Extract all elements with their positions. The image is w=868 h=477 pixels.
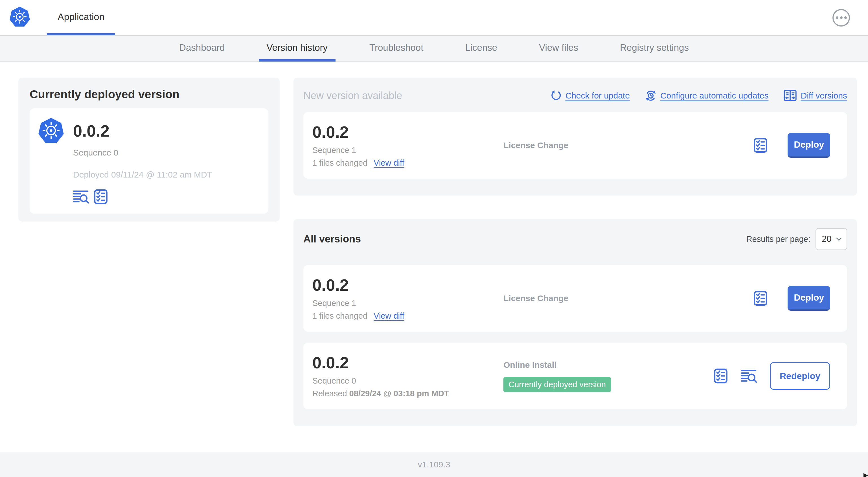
ellipsis-icon <box>836 17 838 19</box>
results-per-page-label: Results per page: <box>746 235 810 244</box>
view-logs-icon[interactable] <box>741 369 757 383</box>
check-for-update-link[interactable]: Check for update <box>551 90 629 101</box>
currently-deployed-title: Currently deployed version <box>30 88 268 101</box>
view-logs-icon[interactable] <box>73 190 89 204</box>
view-diff-link[interactable]: View diff <box>374 311 404 321</box>
preflight-checks-icon[interactable] <box>713 368 728 384</box>
new-version-row: 0.0.2 Sequence 1 1 files changed View di… <box>303 112 847 179</box>
version-released-timestamp: Released 08/29/24 @ 03:18 pm MDT <box>312 389 503 398</box>
version-number: 0.0.2 <box>312 354 503 372</box>
deployed-version-number: 0.0.2 <box>73 122 212 140</box>
version-sequence: Sequence 0 <box>312 376 503 386</box>
app-tab-label: Application <box>58 11 104 22</box>
app-tab[interactable]: Application <box>47 0 115 35</box>
tab-troubleshoot[interactable]: Troubleshoot <box>362 36 431 62</box>
clock-arrows-icon <box>645 90 656 101</box>
tab-dashboard[interactable]: Dashboard <box>171 36 232 62</box>
diff-icon <box>784 90 797 101</box>
configure-automatic-updates-link[interactable]: Configure automatic updates <box>645 90 769 101</box>
deploy-button[interactable]: Deploy <box>787 133 830 158</box>
app-nav: Dashboard Version history Troubleshoot L… <box>0 36 868 62</box>
version-number: 0.0.2 <box>312 123 503 141</box>
version-row: 0.0.2 Sequence 1 1 files changed View di… <box>303 265 847 332</box>
top-header: Application <box>0 0 868 36</box>
version-source-label: License Change <box>503 294 568 303</box>
diff-versions-link[interactable]: Diff versions <box>784 90 847 101</box>
deployed-timestamp: Deployed 09/11/24 @ 11:02 am MDT <box>73 170 212 180</box>
preflight-checks-icon[interactable] <box>753 138 768 153</box>
results-per-page-select[interactable]: 20 <box>815 228 847 250</box>
view-diff-link[interactable]: View diff <box>374 158 404 168</box>
results-per-page-value: 20 <box>822 234 831 244</box>
footer: v1.109.3 <box>0 452 868 477</box>
currently-deployed-panel: Currently deployed version 0.0.2 Sequenc… <box>18 78 280 221</box>
tab-registry-settings[interactable]: Registry settings <box>612 36 697 62</box>
version-row: 0.0.2 Sequence 0 Released 08/29/24 @ 03:… <box>303 342 847 409</box>
new-version-panel: New version available Check for update C… <box>293 78 857 196</box>
tab-license[interactable]: License <box>457 36 505 62</box>
kubernetes-logo-icon <box>8 6 31 28</box>
ellipsis-menu-button[interactable] <box>832 9 850 27</box>
tab-view-files[interactable]: View files <box>531 36 586 62</box>
deployed-version-card: 0.0.2 Sequence 0 Deployed 09/11/24 @ 11:… <box>30 109 268 214</box>
deployed-sequence: Sequence 0 <box>73 148 212 157</box>
version-number: 0.0.2 <box>312 276 503 294</box>
version-sequence: Sequence 1 <box>312 146 503 155</box>
deploy-button[interactable]: Deploy <box>787 286 830 311</box>
kubernetes-logo-icon <box>37 117 65 145</box>
all-versions-panel: All versions Results per page: 20 0.0.2 … <box>293 219 857 426</box>
chevron-down-icon <box>836 237 842 241</box>
admin-console-version: v1.109.3 <box>417 460 450 469</box>
refresh-icon <box>551 90 561 101</box>
version-source-label: Online Install <box>503 360 556 370</box>
main-content: Currently deployed version 0.0.2 Sequenc… <box>0 62 868 452</box>
tab-version-history[interactable]: Version history <box>259 36 336 62</box>
files-changed-label: 1 files changed <box>312 311 367 321</box>
new-version-title: New version available <box>303 90 402 101</box>
currently-deployed-badge: Currently deployed version <box>503 377 611 392</box>
redeploy-button[interactable]: Redeploy <box>770 362 830 390</box>
preflight-checks-icon[interactable] <box>93 189 108 204</box>
preflight-checks-icon[interactable] <box>753 291 768 306</box>
all-versions-title: All versions <box>303 233 361 245</box>
version-sequence: Sequence 1 <box>312 299 503 308</box>
files-changed-label: 1 files changed <box>312 158 367 168</box>
version-source-label: License Change <box>503 141 568 150</box>
